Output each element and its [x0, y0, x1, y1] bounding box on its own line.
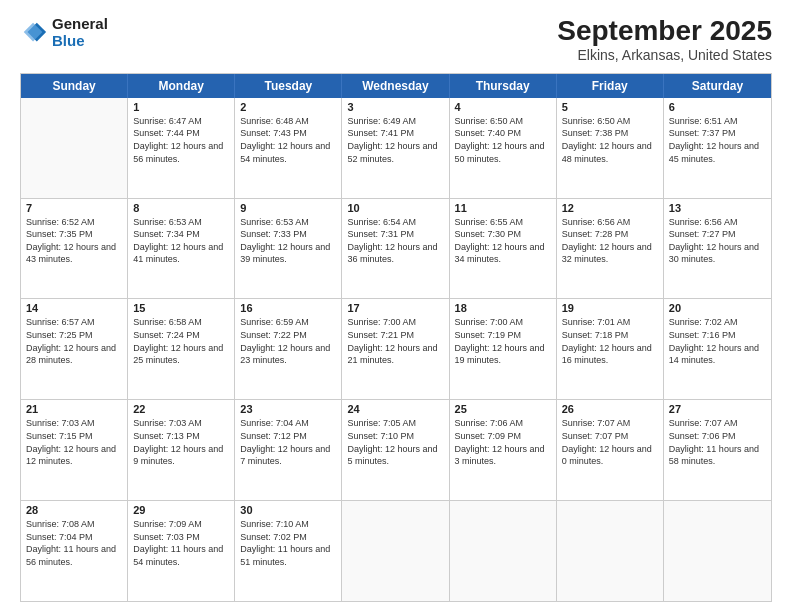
calendar-cell: 9Sunrise: 6:53 AM Sunset: 7:33 PM Daylig… — [235, 199, 342, 299]
logo-line1: General — [52, 16, 108, 33]
day-info: Sunrise: 7:09 AM Sunset: 7:03 PM Dayligh… — [133, 518, 229, 568]
day-number: 10 — [347, 202, 443, 214]
day-info: Sunrise: 6:57 AM Sunset: 7:25 PM Dayligh… — [26, 316, 122, 366]
day-info: Sunrise: 6:49 AM Sunset: 7:41 PM Dayligh… — [347, 115, 443, 165]
day-info: Sunrise: 7:05 AM Sunset: 7:10 PM Dayligh… — [347, 417, 443, 467]
calendar-title: September 2025 — [557, 16, 772, 47]
calendar-cell: 24Sunrise: 7:05 AM Sunset: 7:10 PM Dayli… — [342, 400, 449, 500]
calendar-cell — [664, 501, 771, 601]
calendar-cell: 5Sunrise: 6:50 AM Sunset: 7:38 PM Daylig… — [557, 98, 664, 198]
day-info: Sunrise: 6:47 AM Sunset: 7:44 PM Dayligh… — [133, 115, 229, 165]
weekday-header: Friday — [557, 74, 664, 98]
day-number: 11 — [455, 202, 551, 214]
day-number: 14 — [26, 302, 122, 314]
day-info: Sunrise: 6:59 AM Sunset: 7:22 PM Dayligh… — [240, 316, 336, 366]
page: General Blue September 2025 Elkins, Arka… — [0, 0, 792, 612]
day-number: 27 — [669, 403, 766, 415]
logo: General Blue — [20, 16, 108, 49]
calendar-cell: 26Sunrise: 7:07 AM Sunset: 7:07 PM Dayli… — [557, 400, 664, 500]
day-number: 8 — [133, 202, 229, 214]
calendar-cell: 10Sunrise: 6:54 AM Sunset: 7:31 PM Dayli… — [342, 199, 449, 299]
calendar: SundayMondayTuesdayWednesdayThursdayFrid… — [20, 73, 772, 602]
calendar-cell: 27Sunrise: 7:07 AM Sunset: 7:06 PM Dayli… — [664, 400, 771, 500]
day-number: 15 — [133, 302, 229, 314]
day-number: 2 — [240, 101, 336, 113]
day-number: 18 — [455, 302, 551, 314]
day-info: Sunrise: 6:54 AM Sunset: 7:31 PM Dayligh… — [347, 216, 443, 266]
day-info: Sunrise: 6:53 AM Sunset: 7:33 PM Dayligh… — [240, 216, 336, 266]
day-info: Sunrise: 7:01 AM Sunset: 7:18 PM Dayligh… — [562, 316, 658, 366]
day-number: 12 — [562, 202, 658, 214]
calendar-cell: 11Sunrise: 6:55 AM Sunset: 7:30 PM Dayli… — [450, 199, 557, 299]
day-number: 6 — [669, 101, 766, 113]
calendar-cell: 21Sunrise: 7:03 AM Sunset: 7:15 PM Dayli… — [21, 400, 128, 500]
day-info: Sunrise: 7:06 AM Sunset: 7:09 PM Dayligh… — [455, 417, 551, 467]
day-info: Sunrise: 6:53 AM Sunset: 7:34 PM Dayligh… — [133, 216, 229, 266]
calendar-cell: 6Sunrise: 6:51 AM Sunset: 7:37 PM Daylig… — [664, 98, 771, 198]
calendar-header-row: SundayMondayTuesdayWednesdayThursdayFrid… — [21, 74, 771, 98]
day-info: Sunrise: 7:07 AM Sunset: 7:07 PM Dayligh… — [562, 417, 658, 467]
calendar-body: 1Sunrise: 6:47 AM Sunset: 7:44 PM Daylig… — [21, 98, 771, 601]
calendar-cell: 1Sunrise: 6:47 AM Sunset: 7:44 PM Daylig… — [128, 98, 235, 198]
calendar-cell: 20Sunrise: 7:02 AM Sunset: 7:16 PM Dayli… — [664, 299, 771, 399]
calendar-cell: 17Sunrise: 7:00 AM Sunset: 7:21 PM Dayli… — [342, 299, 449, 399]
day-info: Sunrise: 7:07 AM Sunset: 7:06 PM Dayligh… — [669, 417, 766, 467]
calendar-cell: 19Sunrise: 7:01 AM Sunset: 7:18 PM Dayli… — [557, 299, 664, 399]
calendar-cell: 22Sunrise: 7:03 AM Sunset: 7:13 PM Dayli… — [128, 400, 235, 500]
weekday-header: Wednesday — [342, 74, 449, 98]
day-number: 21 — [26, 403, 122, 415]
calendar-cell: 29Sunrise: 7:09 AM Sunset: 7:03 PM Dayli… — [128, 501, 235, 601]
weekday-header: Sunday — [21, 74, 128, 98]
day-number: 17 — [347, 302, 443, 314]
day-info: Sunrise: 6:50 AM Sunset: 7:38 PM Dayligh… — [562, 115, 658, 165]
calendar-cell: 7Sunrise: 6:52 AM Sunset: 7:35 PM Daylig… — [21, 199, 128, 299]
day-info: Sunrise: 6:51 AM Sunset: 7:37 PM Dayligh… — [669, 115, 766, 165]
day-info: Sunrise: 6:55 AM Sunset: 7:30 PM Dayligh… — [455, 216, 551, 266]
day-info: Sunrise: 7:00 AM Sunset: 7:19 PM Dayligh… — [455, 316, 551, 366]
svg-marker-1 — [24, 22, 43, 41]
weekday-header: Thursday — [450, 74, 557, 98]
logo-text: General Blue — [52, 16, 108, 49]
calendar-cell — [557, 501, 664, 601]
calendar-cell — [342, 501, 449, 601]
calendar-cell: 13Sunrise: 6:56 AM Sunset: 7:27 PM Dayli… — [664, 199, 771, 299]
day-number: 26 — [562, 403, 658, 415]
calendar-cell: 4Sunrise: 6:50 AM Sunset: 7:40 PM Daylig… — [450, 98, 557, 198]
day-number: 25 — [455, 403, 551, 415]
calendar-cell: 3Sunrise: 6:49 AM Sunset: 7:41 PM Daylig… — [342, 98, 449, 198]
day-info: Sunrise: 7:03 AM Sunset: 7:15 PM Dayligh… — [26, 417, 122, 467]
day-info: Sunrise: 7:08 AM Sunset: 7:04 PM Dayligh… — [26, 518, 122, 568]
calendar-row: 7Sunrise: 6:52 AM Sunset: 7:35 PM Daylig… — [21, 199, 771, 300]
day-number: 28 — [26, 504, 122, 516]
day-info: Sunrise: 6:52 AM Sunset: 7:35 PM Dayligh… — [26, 216, 122, 266]
weekday-header: Tuesday — [235, 74, 342, 98]
day-number: 29 — [133, 504, 229, 516]
day-number: 23 — [240, 403, 336, 415]
header: General Blue September 2025 Elkins, Arka… — [20, 16, 772, 63]
calendar-cell: 25Sunrise: 7:06 AM Sunset: 7:09 PM Dayli… — [450, 400, 557, 500]
calendar-cell: 14Sunrise: 6:57 AM Sunset: 7:25 PM Dayli… — [21, 299, 128, 399]
calendar-row: 14Sunrise: 6:57 AM Sunset: 7:25 PM Dayli… — [21, 299, 771, 400]
calendar-cell: 8Sunrise: 6:53 AM Sunset: 7:34 PM Daylig… — [128, 199, 235, 299]
day-info: Sunrise: 6:58 AM Sunset: 7:24 PM Dayligh… — [133, 316, 229, 366]
calendar-subtitle: Elkins, Arkansas, United States — [557, 47, 772, 63]
calendar-cell: 23Sunrise: 7:04 AM Sunset: 7:12 PM Dayli… — [235, 400, 342, 500]
logo-line2: Blue — [52, 33, 108, 50]
day-number: 22 — [133, 403, 229, 415]
calendar-cell — [21, 98, 128, 198]
calendar-cell: 18Sunrise: 7:00 AM Sunset: 7:19 PM Dayli… — [450, 299, 557, 399]
day-number: 30 — [240, 504, 336, 516]
day-info: Sunrise: 7:02 AM Sunset: 7:16 PM Dayligh… — [669, 316, 766, 366]
day-info: Sunrise: 6:56 AM Sunset: 7:28 PM Dayligh… — [562, 216, 658, 266]
calendar-cell — [450, 501, 557, 601]
day-number: 9 — [240, 202, 336, 214]
day-info: Sunrise: 6:56 AM Sunset: 7:27 PM Dayligh… — [669, 216, 766, 266]
day-number: 16 — [240, 302, 336, 314]
calendar-row: 28Sunrise: 7:08 AM Sunset: 7:04 PM Dayli… — [21, 501, 771, 601]
calendar-cell: 16Sunrise: 6:59 AM Sunset: 7:22 PM Dayli… — [235, 299, 342, 399]
calendar-cell: 12Sunrise: 6:56 AM Sunset: 7:28 PM Dayli… — [557, 199, 664, 299]
day-number: 19 — [562, 302, 658, 314]
day-number: 3 — [347, 101, 443, 113]
day-number: 4 — [455, 101, 551, 113]
day-number: 20 — [669, 302, 766, 314]
